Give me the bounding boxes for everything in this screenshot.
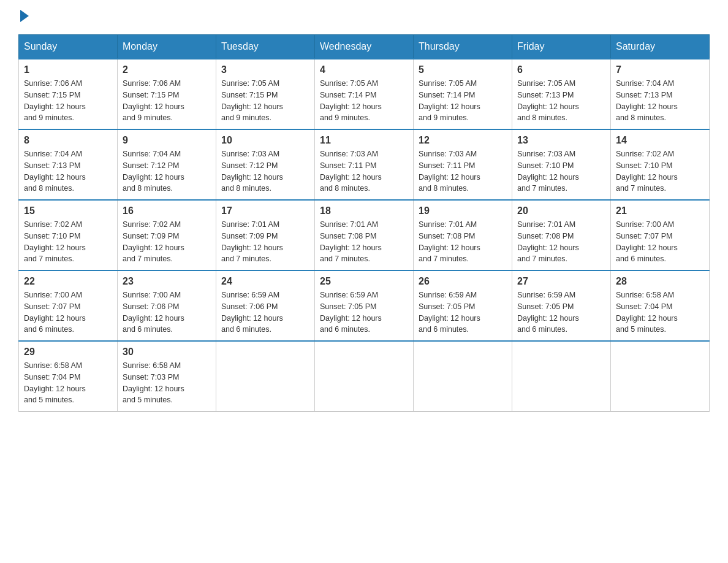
day-number: 30 xyxy=(123,347,211,358)
day-info: Sunrise: 7:05 AM Sunset: 7:14 PM Dayligh… xyxy=(320,78,408,124)
logo-arrow-icon xyxy=(20,10,29,22)
logo xyxy=(18,12,29,22)
week-row-5: 29 Sunrise: 6:58 AM Sunset: 7:04 PM Dayl… xyxy=(19,341,710,412)
calendar-cell: 2 Sunrise: 7:06 AM Sunset: 7:15 PM Dayli… xyxy=(118,59,216,129)
day-header-monday: Monday xyxy=(118,35,216,59)
page-header xyxy=(18,12,710,22)
day-header-wednesday: Wednesday xyxy=(315,35,414,59)
calendar-cell: 6 Sunrise: 7:05 AM Sunset: 7:13 PM Dayli… xyxy=(512,59,611,129)
day-number: 4 xyxy=(320,64,408,75)
calendar-cell: 21 Sunrise: 7:00 AM Sunset: 7:07 PM Dayl… xyxy=(611,200,710,270)
day-number: 10 xyxy=(221,135,309,146)
day-info: Sunrise: 6:59 AM Sunset: 7:06 PM Dayligh… xyxy=(221,289,309,335)
day-info: Sunrise: 7:01 AM Sunset: 7:08 PM Dayligh… xyxy=(320,219,408,265)
calendar-cell: 27 Sunrise: 6:59 AM Sunset: 7:05 PM Dayl… xyxy=(512,270,611,341)
day-number: 12 xyxy=(419,135,507,146)
day-info: Sunrise: 7:02 AM Sunset: 7:10 PM Dayligh… xyxy=(24,219,112,265)
day-number: 9 xyxy=(123,135,211,146)
day-header-friday: Friday xyxy=(512,35,611,59)
day-number: 6 xyxy=(517,64,605,75)
calendar-cell: 1 Sunrise: 7:06 AM Sunset: 7:15 PM Dayli… xyxy=(19,59,118,129)
calendar-table: SundayMondayTuesdayWednesdayThursdayFrid… xyxy=(18,34,710,412)
day-info: Sunrise: 7:01 AM Sunset: 7:08 PM Dayligh… xyxy=(419,219,507,265)
day-info: Sunrise: 6:59 AM Sunset: 7:05 PM Dayligh… xyxy=(517,289,605,335)
day-number: 21 xyxy=(616,205,704,216)
calendar-cell xyxy=(512,341,611,412)
logo-text xyxy=(18,12,29,22)
week-row-3: 15 Sunrise: 7:02 AM Sunset: 7:10 PM Dayl… xyxy=(19,200,710,270)
day-info: Sunrise: 7:06 AM Sunset: 7:15 PM Dayligh… xyxy=(24,78,112,124)
day-info: Sunrise: 7:01 AM Sunset: 7:09 PM Dayligh… xyxy=(221,219,309,265)
day-number: 13 xyxy=(517,135,605,146)
calendar-cell: 18 Sunrise: 7:01 AM Sunset: 7:08 PM Dayl… xyxy=(315,200,414,270)
calendar-cell: 5 Sunrise: 7:05 AM Sunset: 7:14 PM Dayli… xyxy=(414,59,512,129)
calendar-cell: 4 Sunrise: 7:05 AM Sunset: 7:14 PM Dayli… xyxy=(315,59,414,129)
day-number: 17 xyxy=(221,205,309,216)
calendar-cell: 30 Sunrise: 6:58 AM Sunset: 7:03 PM Dayl… xyxy=(118,341,216,412)
day-header-saturday: Saturday xyxy=(611,35,710,59)
calendar-cell: 19 Sunrise: 7:01 AM Sunset: 7:08 PM Dayl… xyxy=(414,200,512,270)
calendar-cell: 14 Sunrise: 7:02 AM Sunset: 7:10 PM Dayl… xyxy=(611,129,710,200)
day-number: 15 xyxy=(24,205,112,216)
calendar-cell: 7 Sunrise: 7:04 AM Sunset: 7:13 PM Dayli… xyxy=(611,59,710,129)
day-number: 25 xyxy=(320,276,408,287)
day-info: Sunrise: 7:03 AM Sunset: 7:10 PM Dayligh… xyxy=(517,148,605,194)
day-number: 27 xyxy=(517,276,605,287)
day-info: Sunrise: 7:00 AM Sunset: 7:06 PM Dayligh… xyxy=(123,289,211,335)
calendar-cell xyxy=(611,341,710,412)
calendar-cell: 28 Sunrise: 6:58 AM Sunset: 7:04 PM Dayl… xyxy=(611,270,710,341)
calendar-cell: 29 Sunrise: 6:58 AM Sunset: 7:04 PM Dayl… xyxy=(19,341,118,412)
week-row-2: 8 Sunrise: 7:04 AM Sunset: 7:13 PM Dayli… xyxy=(19,129,710,200)
day-info: Sunrise: 7:00 AM Sunset: 7:07 PM Dayligh… xyxy=(24,289,112,335)
day-info: Sunrise: 6:59 AM Sunset: 7:05 PM Dayligh… xyxy=(320,289,408,335)
day-info: Sunrise: 7:04 AM Sunset: 7:13 PM Dayligh… xyxy=(24,148,112,194)
day-info: Sunrise: 7:03 AM Sunset: 7:12 PM Dayligh… xyxy=(221,148,309,194)
day-number: 29 xyxy=(24,347,112,358)
calendar-cell: 20 Sunrise: 7:01 AM Sunset: 7:08 PM Dayl… xyxy=(512,200,611,270)
day-info: Sunrise: 7:01 AM Sunset: 7:08 PM Dayligh… xyxy=(517,219,605,265)
calendar-cell: 12 Sunrise: 7:03 AM Sunset: 7:11 PM Dayl… xyxy=(414,129,512,200)
calendar-cell: 26 Sunrise: 6:59 AM Sunset: 7:05 PM Dayl… xyxy=(414,270,512,341)
calendar-header-row: SundayMondayTuesdayWednesdayThursdayFrid… xyxy=(19,35,710,59)
calendar-cell: 22 Sunrise: 7:00 AM Sunset: 7:07 PM Dayl… xyxy=(19,270,118,341)
calendar-cell: 8 Sunrise: 7:04 AM Sunset: 7:13 PM Dayli… xyxy=(19,129,118,200)
calendar-cell: 17 Sunrise: 7:01 AM Sunset: 7:09 PM Dayl… xyxy=(216,200,315,270)
day-info: Sunrise: 7:06 AM Sunset: 7:15 PM Dayligh… xyxy=(123,78,211,124)
day-number: 1 xyxy=(24,64,112,75)
day-info: Sunrise: 7:00 AM Sunset: 7:07 PM Dayligh… xyxy=(616,219,704,265)
day-number: 7 xyxy=(616,64,704,75)
day-number: 3 xyxy=(221,64,309,75)
day-info: Sunrise: 7:04 AM Sunset: 7:13 PM Dayligh… xyxy=(616,78,704,124)
day-number: 28 xyxy=(616,276,704,287)
week-row-4: 22 Sunrise: 7:00 AM Sunset: 7:07 PM Dayl… xyxy=(19,270,710,341)
day-header-tuesday: Tuesday xyxy=(216,35,315,59)
calendar-cell: 24 Sunrise: 6:59 AM Sunset: 7:06 PM Dayl… xyxy=(216,270,315,341)
day-number: 5 xyxy=(419,64,507,75)
day-number: 24 xyxy=(221,276,309,287)
calendar-cell: 23 Sunrise: 7:00 AM Sunset: 7:06 PM Dayl… xyxy=(118,270,216,341)
day-header-sunday: Sunday xyxy=(19,35,118,59)
day-info: Sunrise: 7:02 AM Sunset: 7:09 PM Dayligh… xyxy=(123,219,211,265)
day-number: 22 xyxy=(24,276,112,287)
day-info: Sunrise: 7:05 AM Sunset: 7:13 PM Dayligh… xyxy=(517,78,605,124)
calendar-cell: 11 Sunrise: 7:03 AM Sunset: 7:11 PM Dayl… xyxy=(315,129,414,200)
day-number: 8 xyxy=(24,135,112,146)
day-number: 14 xyxy=(616,135,704,146)
day-number: 20 xyxy=(517,205,605,216)
week-row-1: 1 Sunrise: 7:06 AM Sunset: 7:15 PM Dayli… xyxy=(19,59,710,129)
calendar-cell: 16 Sunrise: 7:02 AM Sunset: 7:09 PM Dayl… xyxy=(118,200,216,270)
day-info: Sunrise: 6:58 AM Sunset: 7:04 PM Dayligh… xyxy=(616,289,704,335)
day-header-thursday: Thursday xyxy=(414,35,512,59)
day-info: Sunrise: 6:58 AM Sunset: 7:03 PM Dayligh… xyxy=(123,360,211,406)
day-number: 18 xyxy=(320,205,408,216)
day-info: Sunrise: 7:03 AM Sunset: 7:11 PM Dayligh… xyxy=(320,148,408,194)
calendar-cell: 15 Sunrise: 7:02 AM Sunset: 7:10 PM Dayl… xyxy=(19,200,118,270)
day-info: Sunrise: 7:02 AM Sunset: 7:10 PM Dayligh… xyxy=(616,148,704,194)
day-number: 16 xyxy=(123,205,211,216)
calendar-cell: 25 Sunrise: 6:59 AM Sunset: 7:05 PM Dayl… xyxy=(315,270,414,341)
day-info: Sunrise: 7:03 AM Sunset: 7:11 PM Dayligh… xyxy=(419,148,507,194)
day-number: 26 xyxy=(419,276,507,287)
day-info: Sunrise: 7:05 AM Sunset: 7:14 PM Dayligh… xyxy=(419,78,507,124)
day-info: Sunrise: 6:58 AM Sunset: 7:04 PM Dayligh… xyxy=(24,360,112,406)
calendar-cell xyxy=(315,341,414,412)
